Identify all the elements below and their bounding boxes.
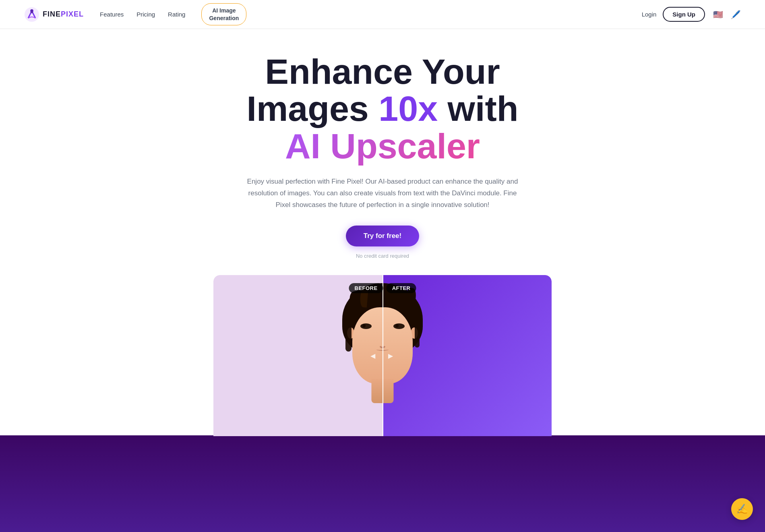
hero-title: Enhance Your Images 10x with AI Upscaler <box>209 53 556 165</box>
navbar: FINEPIXEL Features Pricing Rating AI Ima… <box>0 0 765 29</box>
hero-section: Enhance Your Images 10x with AI Upscaler… <box>0 29 765 436</box>
signup-button[interactable]: Sign Up <box>663 7 705 22</box>
bottom-purple-section <box>0 435 765 532</box>
right-eye <box>393 323 405 329</box>
hero-subtitle: Enjoy visual perfection with Fine Pixel!… <box>246 176 519 211</box>
nav-link-pricing[interactable]: Pricing <box>136 11 155 18</box>
left-eye <box>360 323 372 329</box>
logo[interactable]: FINEPIXEL <box>24 7 84 22</box>
nav-link-rating[interactable]: Rating <box>168 11 185 18</box>
left-arrow-icon: ◀ <box>370 352 375 359</box>
language-flag-icon[interactable]: 🇺🇸 <box>711 8 724 21</box>
try-free-button[interactable]: Try for free! <box>346 226 419 246</box>
before-after-labels: BEFORE AFTER <box>349 283 416 293</box>
nav-links: Features Pricing Rating <box>100 11 185 18</box>
chat-button[interactable]: ✍️ <box>731 498 753 520</box>
nav-link-features[interactable]: Features <box>100 11 124 18</box>
nav-right: Login Sign Up 🇺🇸 🖊️ <box>642 7 741 22</box>
right-arrow-icon: ▶ <box>388 352 393 359</box>
comparison-container: ◀ ▶ BEFORE AFTER <box>213 275 552 436</box>
comparison-divider <box>382 275 383 436</box>
login-link[interactable]: Login <box>642 11 657 18</box>
before-label: BEFORE <box>349 283 383 293</box>
ai-image-generation-button[interactable]: AI Image Generation <box>201 3 246 25</box>
comparison-wrapper: ◀ ▶ BEFORE AFTER <box>213 275 552 436</box>
pen-tool-icon[interactable]: 🖊️ <box>731 10 741 19</box>
chat-icon: ✍️ <box>736 503 748 515</box>
logo-icon <box>24 7 39 22</box>
logo-text: FINEPIXEL <box>43 10 84 19</box>
svg-rect-2 <box>31 9 33 13</box>
after-label: AFTER <box>387 283 416 293</box>
no-credit-label: No credit card required <box>356 253 409 259</box>
